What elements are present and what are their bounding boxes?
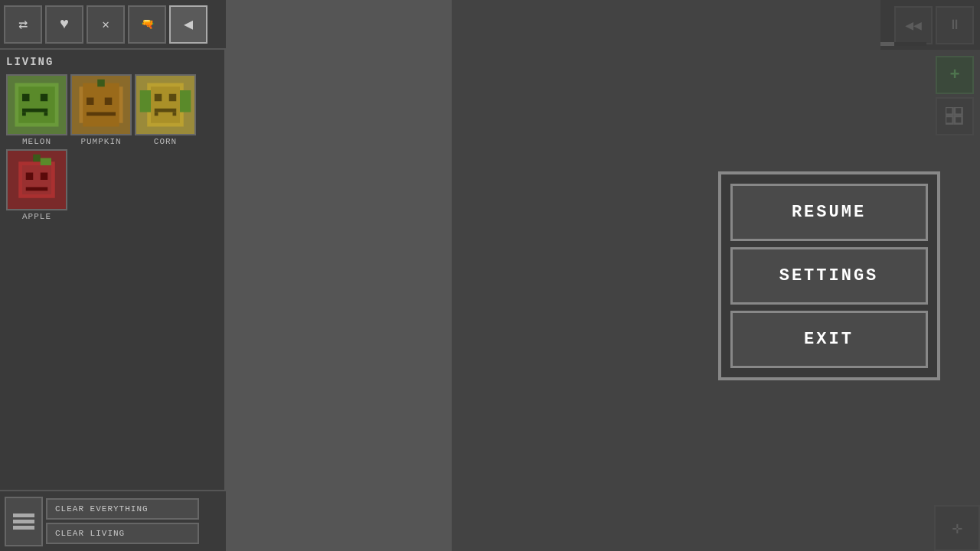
main-game-area: ◀◀ ⏸ + ✛ RESUME SETTINGS EXIT [226,0,980,551]
svg-rect-20 [155,109,177,112]
clear-everything-button[interactable]: CLEAR EVERYTHING [46,498,199,520]
melon-item[interactable]: MELON [6,74,67,146]
pumpkin-item[interactable]: PUMPKIN [70,74,132,146]
svg-rect-11 [97,80,105,87]
svg-rect-31 [41,173,48,181]
clear-living-button[interactable]: CLEAR LIVING [46,523,199,544]
svg-rect-12 [87,98,94,106]
svg-rect-7 [44,112,48,116]
resume-button[interactable]: RESUME [730,184,928,241]
svg-rect-17 [151,86,180,123]
svg-rect-23 [140,90,151,112]
corn-label: CORN [154,137,177,146]
play-icon: ◀ [184,15,193,34]
sword-icon: ✕ [102,17,109,32]
swap-tool-button[interactable]: ⇄ [4,5,42,44]
svg-rect-13 [105,98,113,106]
pumpkin-label: PUMPKIN [80,137,121,146]
heart-tool-button[interactable]: ♥ [45,5,83,44]
melon-label: MELON [22,137,51,146]
pumpkin-thumbnail [70,74,132,135]
svg-rect-4 [41,94,48,102]
toolbar: ⇄ ♥ ✕ 🔫 ◀ [0,0,226,50]
svg-rect-29 [41,158,51,166]
sword-tool-button[interactable]: ✕ [87,5,125,44]
items-grid: MELON [6,74,220,221]
svg-rect-28 [33,155,41,162]
svg-rect-24 [180,90,191,112]
list-view-button[interactable] [5,497,43,546]
svg-rect-30 [26,173,34,181]
svg-rect-19 [169,94,177,102]
svg-rect-22 [173,112,177,116]
svg-rect-5 [22,109,47,112]
play-tool-button[interactable]: ◀ [169,5,207,44]
svg-rect-18 [155,94,162,102]
svg-rect-6 [22,112,26,116]
apple-item[interactable]: APPLE [6,149,67,221]
svg-rect-2 [18,86,55,123]
svg-rect-14 [87,112,116,116]
settings-button[interactable]: SETTINGS [730,247,928,305]
corn-item[interactable]: CORN [135,74,196,146]
svg-rect-21 [155,112,158,116]
svg-rect-32 [26,187,48,191]
pause-menu: RESUME SETTINGS EXIT [718,171,940,380]
svg-rect-3 [22,94,30,102]
heart-icon: ♥ [60,15,69,33]
gun-icon: 🔫 [141,18,154,31]
pause-overlay: RESUME SETTINGS EXIT [452,0,980,551]
melon-thumbnail [6,74,67,135]
bottom-bar: CLEAR EVERYTHING CLEAR LIVING [0,490,226,551]
list-icon [13,514,34,530]
swap-icon: ⇄ [18,15,28,34]
gun-tool-button[interactable]: 🔫 [128,5,166,44]
apple-label: APPLE [22,212,51,221]
sidebar: ⇄ ♥ ✕ 🔫 ◀ LIVING [0,0,226,551]
exit-button[interactable]: EXIT [730,311,928,368]
apple-thumbnail [6,149,67,210]
corn-thumbnail [135,74,196,135]
living-title: LIVING [6,56,220,68]
clear-buttons: CLEAR EVERYTHING CLEAR LIVING [46,498,199,544]
living-section: LIVING [0,50,226,227]
